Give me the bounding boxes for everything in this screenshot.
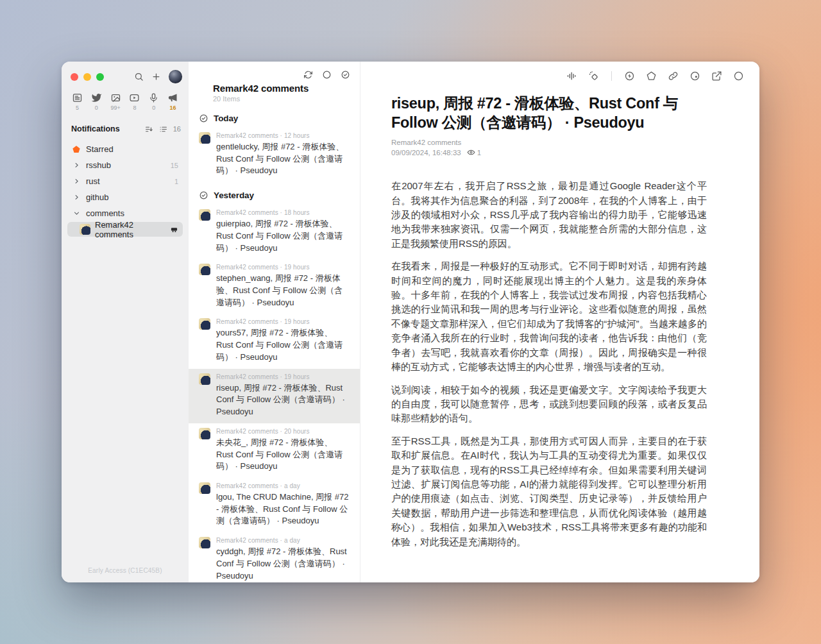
entry-meta: Remark42 comments · 12 hours xyxy=(216,132,350,139)
sidebar-item-comments[interactable]: comments xyxy=(67,205,183,221)
entry-body: Remark42 comments · 19 hours riseup, 周报 … xyxy=(216,373,350,418)
desktop-background: 5 0 99+ 8 xyxy=(0,0,821,644)
pentagon-star-icon[interactable] xyxy=(646,71,657,81)
entry-group-header: Today xyxy=(189,105,360,128)
feed-favicon xyxy=(199,264,210,275)
feed-title: Remark42 comments xyxy=(213,83,348,94)
eye-icon xyxy=(467,148,475,157)
view-switcher: 5 0 99+ 8 xyxy=(62,83,189,111)
tab-videos[interactable]: 8 xyxy=(126,92,143,111)
megaphone-icon xyxy=(167,92,178,103)
sidebar-item-label: rust xyxy=(86,176,100,186)
entry-item[interactable]: Remark42 comments · 19 hours riseup, 周报 … xyxy=(189,369,360,423)
entry-body: Remark42 comments · 19 hours yours57, 周报… xyxy=(216,318,350,363)
video-play-icon xyxy=(129,92,140,103)
ai-translate-icon[interactable] xyxy=(588,71,599,81)
mark-read-circle-icon[interactable] xyxy=(733,71,744,81)
sidebar-item-github[interactable]: github xyxy=(67,189,183,205)
boost-icon[interactable] xyxy=(624,71,635,81)
chevron-right-icon xyxy=(72,194,81,201)
entry-body: Remark42 comments · 12 hours gentlelucky… xyxy=(216,132,350,177)
zoom-window-button[interactable] xyxy=(96,73,104,81)
entry-item[interactable]: Remark42 comments · a day lgou, The CRUD… xyxy=(189,478,360,532)
entry-item[interactable]: Remark42 comments · 20 hours 未央花_, 周报 #7… xyxy=(189,423,360,478)
sidebar-item-count: 1 xyxy=(174,178,178,185)
notifications-section-header: Notifications 16 xyxy=(62,124,189,133)
feed-favicon xyxy=(199,373,210,385)
article-meta-row: 09/09/2024, 16:48:33 1 xyxy=(391,148,707,157)
view-source-globe-icon[interactable] xyxy=(690,71,700,81)
app-window: 5 0 99+ 8 xyxy=(62,62,759,582)
article-paragraph: 在2007年左右，我开启了RSS之旅，最初是通过Google Reader这个平… xyxy=(391,179,707,251)
early-access-label: Early Access (C1EC45B) xyxy=(62,567,189,582)
entry-meta: Remark42 comments · a day xyxy=(216,482,350,489)
sidebar-actions xyxy=(134,70,182,83)
entry-item[interactable]: Remark42 comments · a day cyddgh, 周报 #72… xyxy=(189,532,360,582)
entry-meta: Remark42 comments · a day xyxy=(216,537,350,544)
entry-item[interactable]: Remark42 comments · 12 hours gentlelucky… xyxy=(189,128,360,182)
refresh-icon[interactable] xyxy=(303,70,313,80)
chevron-down-icon xyxy=(72,210,81,217)
entry-meta: Remark42 comments · 20 hours xyxy=(216,428,350,435)
entry-meta: Remark42 comments · 18 hours xyxy=(216,209,350,216)
article-content: riseup, 周报 #72 - 滑板体验、Rust Conf 与 Follow… xyxy=(360,81,707,557)
view-count: 1 xyxy=(477,149,481,157)
entry-item[interactable]: Remark42 comments · 19 hours yours57, 周报… xyxy=(189,314,360,368)
sidebar-item-rust[interactable]: rust 1 xyxy=(67,173,183,189)
tab-count: 16 xyxy=(169,105,176,111)
entry-title: lgou, The CRUD Machine, 周报 #72 - 滑板体验、Ru… xyxy=(216,491,350,527)
tab-audio[interactable]: 0 xyxy=(145,92,162,111)
entry-body: Remark42 comments · 20 hours 未央花_, 周报 #7… xyxy=(216,428,350,473)
copy-link-icon[interactable] xyxy=(668,71,679,81)
sidebar-item-label: Starred xyxy=(86,144,114,154)
minimize-window-button[interactable] xyxy=(83,73,91,81)
article-body: 在2007年左右，我开启了RSS之旅，最初是通过Google Reader这个平… xyxy=(391,179,707,549)
feed-favicon xyxy=(199,132,210,144)
tab-count: 8 xyxy=(133,105,136,111)
mark-all-read-icon[interactable] xyxy=(341,70,350,80)
entry-list-toolbar xyxy=(189,62,360,80)
sidebar-feed-remark42-comments[interactable]: Remark42 comments xyxy=(67,222,183,237)
microphone-icon xyxy=(148,92,159,103)
entry-item[interactable]: Remark42 comments · 19 hours stephen_wan… xyxy=(189,259,360,314)
section-tools: 16 xyxy=(145,125,181,133)
sidebar-item-starred[interactable]: Starred xyxy=(67,141,183,157)
feed-favicon xyxy=(80,224,90,235)
article-paragraph: 至于RSS工具，既然是为工具，那使用方式可因人而异，主要目的在于获取和扩展信息。… xyxy=(391,434,707,549)
sidebar-item-rsshub[interactable]: rsshub 15 xyxy=(67,157,183,173)
open-external-icon[interactable] xyxy=(711,71,722,81)
tab-count: 99+ xyxy=(110,105,120,111)
unread-only-icon[interactable] xyxy=(322,70,332,80)
sort-order-icon[interactable] xyxy=(145,125,153,133)
tab-notifications[interactable]: 16 xyxy=(164,92,182,111)
article-timestamp: 09/09/2024, 16:48:33 xyxy=(391,149,461,157)
tab-count: 5 xyxy=(76,105,79,111)
feed-favicon xyxy=(199,428,210,439)
twitter-bird-icon xyxy=(91,92,102,103)
feed-nav: Starred rsshub 15 rust 1 xyxy=(62,141,189,237)
close-window-button[interactable] xyxy=(71,73,78,81)
entry-list: Today Remark42 comments · 12 hours gentl… xyxy=(189,105,360,582)
sidebar-item-label: github xyxy=(86,192,108,202)
entry-title: riseup, 周报 #72 - 滑板体验、Rust Conf 与 Follow… xyxy=(216,382,350,418)
tab-social-media[interactable]: 0 xyxy=(88,92,105,111)
avatar[interactable] xyxy=(169,70,182,83)
tab-count: 0 xyxy=(95,105,98,111)
add-subscription-icon[interactable] xyxy=(151,72,161,81)
search-icon[interactable] xyxy=(134,72,144,81)
tts-waveform-icon[interactable] xyxy=(566,71,577,81)
entry-group-label: Yesterday xyxy=(214,191,254,200)
entry-body: Remark42 comments · 19 hours stephen_wan… xyxy=(216,264,350,309)
group-view-icon[interactable] xyxy=(159,125,167,133)
tab-articles[interactable]: 5 xyxy=(69,92,86,111)
article-title: riseup, 周报 #72 - 滑板体验、Rust Conf 与 Follow… xyxy=(391,94,707,132)
entry-meta: Remark42 comments · 19 hours xyxy=(216,373,350,380)
tab-pictures[interactable]: 99+ xyxy=(107,92,124,111)
mark-group-read-icon[interactable] xyxy=(199,114,208,123)
mark-group-read-icon[interactable] xyxy=(199,191,208,200)
notifications-section-title: Notifications xyxy=(71,124,145,133)
article-toolbar xyxy=(360,62,759,81)
entry-list-column: Remark42 comments 20 Items Today Remark4… xyxy=(189,62,360,582)
entry-item[interactable]: Remark42 comments · 18 hours guierpiao, … xyxy=(189,205,360,259)
picture-icon xyxy=(110,92,121,103)
